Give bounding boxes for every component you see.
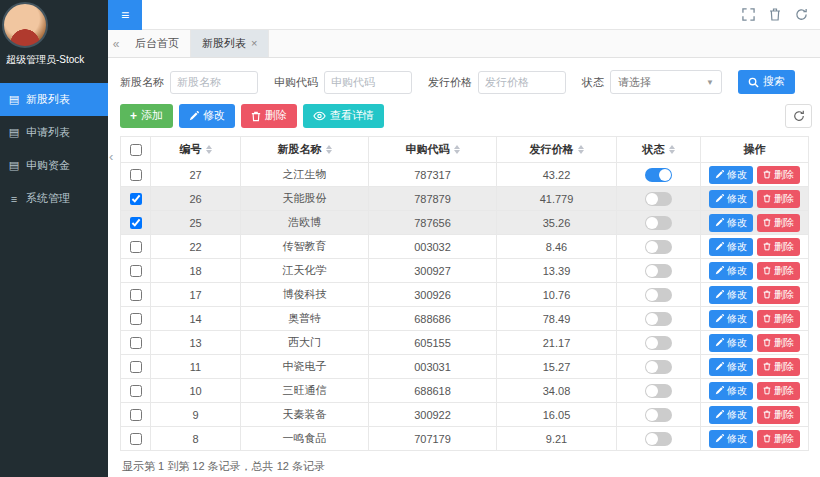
row-edit-label: 修改 bbox=[727, 337, 747, 349]
sort-icon[interactable] bbox=[669, 145, 675, 154]
row-delete-button[interactable]: 删除 bbox=[757, 430, 800, 448]
trash-icon bbox=[251, 111, 261, 122]
row-checkbox[interactable] bbox=[130, 217, 142, 229]
status-toggle[interactable] bbox=[645, 240, 672, 254]
column-header[interactable]: 申购代码 bbox=[369, 137, 497, 163]
status-toggle[interactable] bbox=[645, 384, 672, 398]
refresh-button[interactable] bbox=[795, 8, 808, 21]
row-delete-button[interactable]: 删除 bbox=[757, 406, 800, 424]
row-edit-label: 修改 bbox=[727, 169, 747, 181]
fullscreen-button[interactable] bbox=[742, 8, 755, 21]
sidebar-item-apply-list[interactable]: ▤申请列表 bbox=[0, 116, 108, 149]
row-checkbox[interactable] bbox=[130, 169, 142, 181]
table-row: 25浩欧博78765635.26修改删除 bbox=[121, 211, 809, 235]
row-delete-button[interactable]: 删除 bbox=[757, 358, 800, 376]
status-toggle[interactable] bbox=[645, 408, 672, 422]
sidebar-item-system[interactable]: ≡系统管理 bbox=[0, 182, 108, 215]
status-toggle[interactable] bbox=[645, 192, 672, 206]
sort-icon[interactable] bbox=[326, 145, 332, 154]
table-refresh-button[interactable] bbox=[785, 104, 812, 128]
status-toggle[interactable] bbox=[645, 312, 672, 326]
row-checkbox[interactable] bbox=[130, 361, 142, 373]
row-edit-button[interactable]: 修改 bbox=[709, 238, 753, 256]
edit-button[interactable]: 修改 bbox=[179, 104, 235, 127]
row-edit-button[interactable]: 修改 bbox=[709, 430, 753, 448]
tab-home[interactable]: 后台首页 bbox=[124, 30, 191, 57]
column-header[interactable]: 新股名称 bbox=[241, 137, 369, 163]
status-toggle[interactable] bbox=[645, 168, 672, 182]
name-filter-input[interactable] bbox=[170, 71, 258, 94]
add-button[interactable]: + 添加 bbox=[120, 104, 173, 127]
row-edit-button[interactable]: 修改 bbox=[709, 190, 753, 208]
row-edit-button[interactable]: 修改 bbox=[709, 214, 753, 232]
status-select[interactable]: 请选择 ▼ bbox=[610, 70, 722, 94]
cell-id: 9 bbox=[151, 403, 241, 427]
sort-icon[interactable] bbox=[206, 145, 212, 154]
column-header-label: 编号 bbox=[180, 142, 202, 157]
pencil-icon bbox=[715, 218, 724, 227]
row-delete-button[interactable]: 删除 bbox=[757, 166, 800, 184]
status-toggle[interactable] bbox=[645, 264, 672, 278]
row-edit-button[interactable]: 修改 bbox=[709, 382, 753, 400]
price-filter-input[interactable] bbox=[478, 71, 566, 94]
row-delete-button[interactable]: 删除 bbox=[757, 286, 800, 304]
tab-scroll-left-icon[interactable]: « bbox=[108, 30, 124, 57]
status-filter-label: 状态 bbox=[582, 75, 604, 90]
sidebar-item-stock-list[interactable]: ▤新股列表 bbox=[0, 83, 108, 116]
status-toggle[interactable] bbox=[645, 288, 672, 302]
table-header-row: 编号新股名称申购代码发行价格状态操作 bbox=[121, 137, 809, 163]
row-edit-button[interactable]: 修改 bbox=[709, 286, 753, 304]
row-delete-button[interactable]: 删除 bbox=[757, 382, 800, 400]
view-detail-button[interactable]: 查看详情 bbox=[303, 104, 384, 127]
column-header[interactable]: 发行价格 bbox=[497, 137, 617, 163]
row-delete-label: 删除 bbox=[774, 265, 794, 277]
status-toggle[interactable] bbox=[645, 360, 672, 374]
cell-stock-name: 一鸣食品 bbox=[241, 427, 369, 451]
delete-button[interactable]: 删除 bbox=[241, 104, 297, 127]
name-filter-label: 新股名称 bbox=[120, 75, 164, 90]
row-edit-button[interactable]: 修改 bbox=[709, 262, 753, 280]
row-checkbox[interactable] bbox=[130, 265, 142, 277]
cell-stock-name: 奥普特 bbox=[241, 307, 369, 331]
user-profile: 超级管理员-Stock bbox=[0, 0, 108, 75]
row-delete-button[interactable]: 删除 bbox=[757, 238, 800, 256]
row-checkbox[interactable] bbox=[130, 337, 142, 349]
row-edit-button[interactable]: 修改 bbox=[709, 334, 753, 352]
sidebar-collapse-handle[interactable]: ‹ bbox=[109, 150, 113, 163]
sort-icon[interactable] bbox=[578, 145, 584, 154]
tab-stock-list[interactable]: 新股列表× bbox=[191, 30, 269, 57]
search-button[interactable]: 搜索 bbox=[738, 70, 795, 93]
row-checkbox[interactable] bbox=[130, 409, 142, 421]
menu-toggle-button[interactable]: ≡ bbox=[108, 0, 142, 30]
row-checkbox[interactable] bbox=[130, 313, 142, 325]
select-all-checkbox[interactable] bbox=[130, 144, 142, 156]
row-edit-button[interactable]: 修改 bbox=[709, 166, 753, 184]
trash-icon bbox=[763, 194, 771, 203]
main-area: ‹ ≡ « 后台首页新股列表× bbox=[108, 0, 820, 477]
sidebar-item-label: 新股列表 bbox=[26, 92, 70, 107]
trash-button[interactable] bbox=[769, 8, 781, 21]
sort-icon[interactable] bbox=[454, 145, 460, 154]
row-delete-button[interactable]: 删除 bbox=[757, 190, 800, 208]
row-checkbox[interactable] bbox=[130, 193, 142, 205]
cell-issue-price: 34.08 bbox=[497, 379, 617, 403]
tab-close-icon[interactable]: × bbox=[251, 38, 257, 49]
row-delete-button[interactable]: 删除 bbox=[757, 214, 800, 232]
row-delete-button[interactable]: 删除 bbox=[757, 334, 800, 352]
code-filter-input[interactable] bbox=[324, 71, 412, 94]
column-header[interactable]: 编号 bbox=[151, 137, 241, 163]
row-edit-button[interactable]: 修改 bbox=[709, 310, 753, 328]
row-checkbox[interactable] bbox=[130, 289, 142, 301]
column-header[interactable]: 状态 bbox=[617, 137, 701, 163]
status-toggle[interactable] bbox=[645, 432, 672, 446]
status-toggle[interactable] bbox=[645, 216, 672, 230]
row-edit-button[interactable]: 修改 bbox=[709, 358, 753, 376]
row-checkbox[interactable] bbox=[130, 433, 142, 445]
row-checkbox[interactable] bbox=[130, 385, 142, 397]
sidebar-item-funds[interactable]: ▤申购资金 bbox=[0, 149, 108, 182]
row-delete-button[interactable]: 删除 bbox=[757, 262, 800, 280]
row-checkbox[interactable] bbox=[130, 241, 142, 253]
row-edit-button[interactable]: 修改 bbox=[709, 406, 753, 424]
row-delete-button[interactable]: 删除 bbox=[757, 310, 800, 328]
status-toggle[interactable] bbox=[645, 336, 672, 350]
